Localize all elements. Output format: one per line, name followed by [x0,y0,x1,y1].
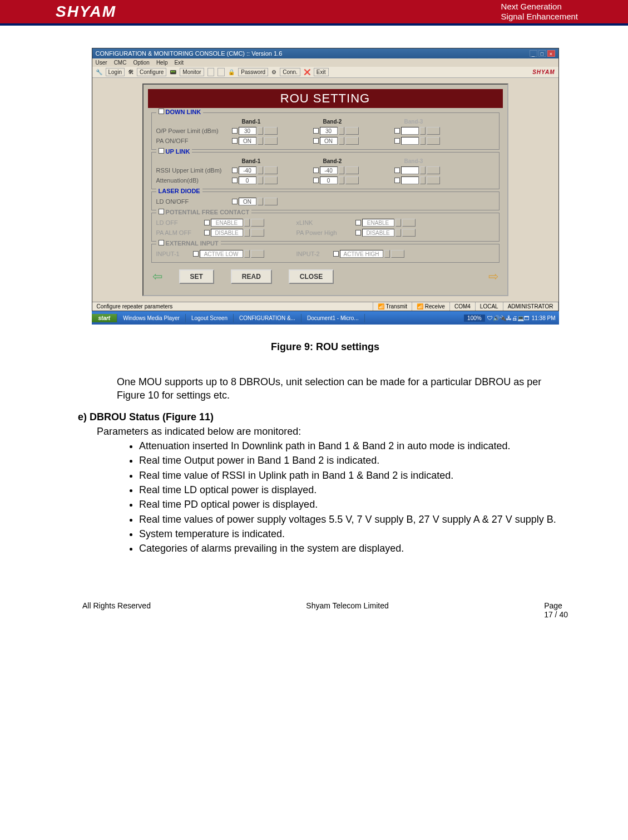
spin[interactable] [345,166,359,174]
ext-v1-check[interactable] [193,251,199,257]
spin[interactable] [251,229,264,237]
spin[interactable] [427,127,440,135]
taskbar-item-4[interactable]: Document1 - Micro... [301,314,365,322]
spin[interactable] [420,127,426,135]
spin[interactable] [258,198,263,205]
spin[interactable] [251,219,264,227]
read-button[interactable]: READ [231,269,272,284]
pfc-check[interactable] [159,209,164,214]
spin[interactable] [427,137,440,145]
dl-r1b3-check[interactable] [394,128,400,134]
ul-r1b2-input[interactable]: -40 [320,166,338,174]
dl-r1b3-input[interactable] [401,127,419,135]
menu-cmc[interactable]: CMC [114,60,127,66]
laser-input[interactable]: ON [239,198,256,205]
spin[interactable] [339,127,344,135]
spin[interactable] [402,229,416,237]
spin[interactable] [264,198,278,205]
prev-arrow-icon[interactable]: ⇦ [152,269,162,284]
spin[interactable] [244,219,250,227]
spin[interactable] [339,176,344,184]
spin[interactable] [427,166,440,174]
spin[interactable] [244,229,250,237]
spin[interactable] [258,127,263,135]
spin[interactable] [384,250,390,258]
spin[interactable] [244,250,250,258]
systray-icons[interactable]: 🛡🔊🔌🖧🖨💻🗔 [487,315,530,321]
ul-r2b1-check[interactable] [232,178,238,183]
spin[interactable] [395,219,401,227]
dl-r2b1-check[interactable] [232,138,238,144]
spin[interactable] [345,127,359,135]
spin[interactable] [339,166,344,174]
spin[interactable] [264,176,278,184]
dl-r1b1-check[interactable] [232,128,238,134]
spin[interactable] [391,250,404,258]
toolbar-btn-b[interactable] [217,68,225,76]
spin[interactable] [420,166,426,174]
ul-r1b3-check[interactable] [394,168,400,173]
spin[interactable] [427,176,440,184]
dl-r1b2-check[interactable] [313,128,319,134]
exit-button[interactable]: Exit [314,68,329,76]
ul-r2b1-input[interactable]: 0 [239,176,256,184]
taskbar-item-2[interactable]: Logout Screen [186,314,234,322]
toolbar-btn-a[interactable] [207,68,215,76]
ul-r1b1-input[interactable]: -40 [239,166,256,174]
dl-r2b2-input[interactable]: ON [320,137,338,145]
dl-r2b2-check[interactable] [313,138,319,144]
dl-r2b3-input[interactable] [401,137,419,145]
ul-r1b2-check[interactable] [313,168,319,173]
menu-option[interactable]: Option [133,60,149,66]
monitor-button[interactable]: Monitor [180,68,204,76]
spin[interactable] [258,137,263,145]
spin[interactable] [264,127,278,135]
next-arrow-icon[interactable]: ⇨ [488,269,498,284]
spin[interactable] [264,166,278,174]
uplink-check[interactable] [159,148,164,154]
conn-button[interactable]: Conn. [280,68,300,76]
title-bar[interactable]: CONFIGURATION & MONITORING CONSOLE (CMC)… [92,48,558,58]
ul-r2b2-input[interactable]: 0 [320,176,338,184]
pfc-r2a-input[interactable]: DISABLE [211,229,243,237]
login-button[interactable]: Login [106,68,125,76]
pfc-r1a-input[interactable]: ENABLE [211,219,243,227]
spin[interactable] [402,219,416,227]
maximize-icon[interactable]: □ [538,50,546,57]
ul-r1b3-input[interactable] [401,166,419,174]
password-button[interactable]: Password [238,68,268,76]
ext-v2-input[interactable]: ACTIVE HIGH [340,250,383,258]
ul-r1b1-check[interactable] [232,168,238,173]
menu-help[interactable]: Help [156,60,168,66]
dl-r1b2-input[interactable]: 30 [320,127,338,135]
close-button[interactable]: CLOSE [289,269,334,284]
menu-exit[interactable]: Exit [174,60,184,66]
spin[interactable] [258,166,263,174]
spin[interactable] [258,176,263,184]
ext-check[interactable] [159,240,164,245]
ul-r2b2-check[interactable] [313,178,319,183]
set-button[interactable]: SET [179,269,214,284]
spin[interactable] [395,229,401,237]
dl-r1b1-input[interactable]: 30 [239,127,256,135]
pfc-r1b-check[interactable] [355,220,361,225]
close-icon[interactable]: × [547,50,555,57]
pfc-r2a-check[interactable] [204,230,210,235]
pfc-r1b-input[interactable]: ENABLE [362,219,394,227]
pfc-r1a-check[interactable] [204,220,210,225]
taskbar-item-1[interactable]: Windows Media Player [117,314,186,322]
pfc-r2b-check[interactable] [355,230,361,235]
spin[interactable] [420,176,426,184]
spin[interactable] [420,137,426,145]
ul-r2b3-input[interactable] [401,176,419,184]
ul-r2b3-check[interactable] [394,178,400,183]
downlink-check[interactable] [159,109,164,114]
laser-check[interactable] [232,199,238,204]
spin[interactable] [339,137,344,145]
ext-v1-input[interactable]: ACTIVE LOW [200,250,243,258]
taskbar-item-3[interactable]: CONFIGURATION &... [234,314,301,322]
start-button[interactable]: start [92,314,118,322]
spin[interactable] [345,176,359,184]
ext-v2-check[interactable] [333,251,339,257]
dl-r2b1-input[interactable]: ON [239,137,256,145]
